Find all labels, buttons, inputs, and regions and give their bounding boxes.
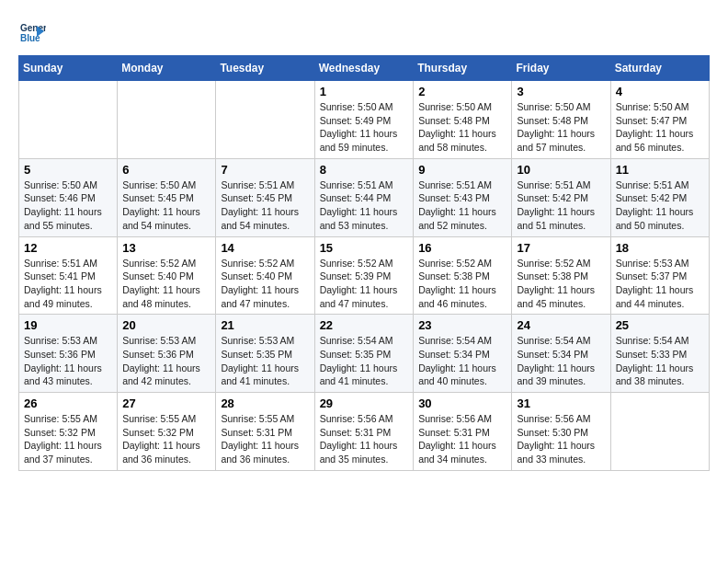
day-info: Sunrise: 5:56 AM Sunset: 5:31 PM Dayligh… (320, 412, 409, 466)
calendar-cell: 29Sunrise: 5:56 AM Sunset: 5:31 PM Dayli… (314, 393, 414, 471)
calendar-cell: 18Sunrise: 5:53 AM Sunset: 5:37 PM Dayli… (610, 236, 709, 315)
day-number: 8 (320, 163, 409, 177)
day-number: 27 (122, 396, 210, 410)
day-number: 3 (517, 85, 605, 98)
day-info: Sunrise: 5:53 AM Sunset: 5:36 PM Dayligh… (24, 334, 112, 388)
day-info: Sunrise: 5:53 AM Sunset: 5:36 PM Dayligh… (122, 334, 210, 388)
day-number: 14 (221, 241, 309, 255)
logo: General Blue (18, 18, 48, 46)
calendar-table: SundayMondayTuesdayWednesdayThursdayFrid… (18, 55, 710, 471)
day-info: Sunrise: 5:51 AM Sunset: 5:42 PM Dayligh… (616, 178, 704, 233)
calendar-cell: 26Sunrise: 5:55 AM Sunset: 5:32 PM Dayli… (19, 393, 118, 471)
calendar-cell: 24Sunrise: 5:54 AM Sunset: 5:34 PM Dayli… (512, 315, 610, 393)
weekday-header-wednesday: Wednesday (314, 56, 414, 81)
day-number: 9 (418, 163, 506, 177)
day-info: Sunrise: 5:54 AM Sunset: 5:34 PM Dayligh… (517, 334, 605, 388)
calendar-cell: 10Sunrise: 5:51 AM Sunset: 5:42 PM Dayli… (512, 158, 610, 236)
day-info: Sunrise: 5:54 AM Sunset: 5:33 PM Dayligh… (616, 334, 704, 388)
day-info: Sunrise: 5:50 AM Sunset: 5:49 PM Dayligh… (320, 100, 409, 155)
weekday-header-saturday: Saturday (610, 56, 709, 81)
day-number: 10 (517, 163, 605, 177)
day-info: Sunrise: 5:50 AM Sunset: 5:48 PM Dayligh… (418, 100, 506, 155)
day-number: 28 (221, 396, 309, 410)
calendar-cell: 23Sunrise: 5:54 AM Sunset: 5:34 PM Dayli… (414, 315, 512, 393)
day-info: Sunrise: 5:51 AM Sunset: 5:41 PM Dayligh… (24, 257, 112, 311)
day-info: Sunrise: 5:52 AM Sunset: 5:38 PM Dayligh… (418, 257, 506, 311)
calendar-cell: 4Sunrise: 5:50 AM Sunset: 5:47 PM Daylig… (610, 81, 709, 159)
day-number: 11 (616, 163, 704, 177)
day-info: Sunrise: 5:51 AM Sunset: 5:45 PM Dayligh… (221, 178, 309, 233)
calendar-week-2: 5Sunrise: 5:50 AM Sunset: 5:46 PM Daylig… (19, 158, 710, 236)
calendar-cell: 1Sunrise: 5:50 AM Sunset: 5:49 PM Daylig… (314, 81, 414, 159)
day-number: 20 (122, 318, 210, 332)
day-number: 4 (616, 85, 704, 98)
day-info: Sunrise: 5:50 AM Sunset: 5:48 PM Dayligh… (517, 100, 605, 155)
calendar-cell (216, 81, 314, 159)
day-info: Sunrise: 5:52 AM Sunset: 5:40 PM Dayligh… (122, 257, 210, 311)
calendar-cell: 12Sunrise: 5:51 AM Sunset: 5:41 PM Dayli… (19, 236, 118, 315)
calendar-week-1: 1Sunrise: 5:50 AM Sunset: 5:49 PM Daylig… (19, 81, 710, 159)
calendar-cell: 20Sunrise: 5:53 AM Sunset: 5:36 PM Dayli… (118, 315, 216, 393)
calendar-cell: 6Sunrise: 5:50 AM Sunset: 5:45 PM Daylig… (118, 158, 216, 236)
calendar-cell: 19Sunrise: 5:53 AM Sunset: 5:36 PM Dayli… (19, 315, 118, 393)
day-info: Sunrise: 5:54 AM Sunset: 5:34 PM Dayligh… (418, 334, 506, 388)
day-info: Sunrise: 5:55 AM Sunset: 5:32 PM Dayligh… (24, 412, 112, 466)
day-number: 5 (24, 163, 112, 177)
day-info: Sunrise: 5:51 AM Sunset: 5:42 PM Dayligh… (517, 178, 605, 233)
day-info: Sunrise: 5:50 AM Sunset: 5:46 PM Dayligh… (24, 178, 112, 233)
day-info: Sunrise: 5:55 AM Sunset: 5:31 PM Dayligh… (221, 412, 309, 466)
day-number: 26 (24, 396, 112, 410)
calendar-cell: 7Sunrise: 5:51 AM Sunset: 5:45 PM Daylig… (216, 158, 314, 236)
calendar-cell: 3Sunrise: 5:50 AM Sunset: 5:48 PM Daylig… (512, 81, 610, 159)
calendar-cell: 25Sunrise: 5:54 AM Sunset: 5:33 PM Dayli… (610, 315, 709, 393)
day-info: Sunrise: 5:55 AM Sunset: 5:32 PM Dayligh… (122, 412, 210, 466)
day-number: 7 (221, 163, 309, 177)
day-info: Sunrise: 5:54 AM Sunset: 5:35 PM Dayligh… (320, 334, 409, 388)
day-info: Sunrise: 5:53 AM Sunset: 5:37 PM Dayligh… (616, 257, 704, 311)
logo-icon: General Blue (18, 18, 46, 46)
weekday-header-sunday: Sunday (19, 56, 118, 81)
calendar-cell (118, 81, 216, 159)
day-number: 16 (418, 241, 506, 255)
day-info: Sunrise: 5:50 AM Sunset: 5:47 PM Dayligh… (616, 100, 704, 155)
day-number: 1 (320, 85, 409, 98)
day-info: Sunrise: 5:53 AM Sunset: 5:35 PM Dayligh… (221, 334, 309, 388)
calendar-header-row: SundayMondayTuesdayWednesdayThursdayFrid… (19, 56, 710, 81)
day-info: Sunrise: 5:51 AM Sunset: 5:43 PM Dayligh… (418, 178, 506, 233)
calendar-cell: 16Sunrise: 5:52 AM Sunset: 5:38 PM Dayli… (414, 236, 512, 315)
day-info: Sunrise: 5:50 AM Sunset: 5:45 PM Dayligh… (122, 178, 210, 233)
calendar-cell: 27Sunrise: 5:55 AM Sunset: 5:32 PM Dayli… (118, 393, 216, 471)
calendar-cell: 11Sunrise: 5:51 AM Sunset: 5:42 PM Dayli… (610, 158, 709, 236)
day-number: 31 (517, 396, 605, 410)
day-number: 2 (418, 85, 506, 98)
calendar-cell: 8Sunrise: 5:51 AM Sunset: 5:44 PM Daylig… (314, 158, 414, 236)
day-number: 23 (418, 318, 506, 332)
calendar-cell: 2Sunrise: 5:50 AM Sunset: 5:48 PM Daylig… (414, 81, 512, 159)
day-number: 17 (517, 241, 605, 255)
calendar-cell: 21Sunrise: 5:53 AM Sunset: 5:35 PM Dayli… (216, 315, 314, 393)
day-number: 15 (320, 241, 409, 255)
calendar-cell: 31Sunrise: 5:56 AM Sunset: 5:30 PM Dayli… (512, 393, 610, 471)
day-number: 30 (418, 396, 506, 410)
calendar-cell: 17Sunrise: 5:52 AM Sunset: 5:38 PM Dayli… (512, 236, 610, 315)
day-info: Sunrise: 5:52 AM Sunset: 5:40 PM Dayligh… (221, 257, 309, 311)
weekday-header-monday: Monday (118, 56, 216, 81)
calendar-cell: 15Sunrise: 5:52 AM Sunset: 5:39 PM Dayli… (314, 236, 414, 315)
day-number: 25 (616, 318, 704, 332)
calendar-cell: 30Sunrise: 5:56 AM Sunset: 5:31 PM Dayli… (414, 393, 512, 471)
day-info: Sunrise: 5:52 AM Sunset: 5:38 PM Dayligh… (517, 257, 605, 311)
calendar-week-5: 26Sunrise: 5:55 AM Sunset: 5:32 PM Dayli… (19, 393, 710, 471)
calendar-cell (19, 81, 118, 159)
day-info: Sunrise: 5:56 AM Sunset: 5:31 PM Dayligh… (418, 412, 506, 466)
day-number: 18 (616, 241, 704, 255)
page-header: General Blue (18, 18, 710, 46)
day-number: 12 (24, 241, 112, 255)
day-info: Sunrise: 5:56 AM Sunset: 5:30 PM Dayligh… (517, 412, 605, 466)
day-number: 21 (221, 318, 309, 332)
calendar-week-4: 19Sunrise: 5:53 AM Sunset: 5:36 PM Dayli… (19, 315, 710, 393)
calendar-cell: 5Sunrise: 5:50 AM Sunset: 5:46 PM Daylig… (19, 158, 118, 236)
weekday-header-friday: Friday (512, 56, 610, 81)
day-number: 29 (320, 396, 409, 410)
day-info: Sunrise: 5:51 AM Sunset: 5:44 PM Dayligh… (320, 178, 409, 233)
calendar-cell: 22Sunrise: 5:54 AM Sunset: 5:35 PM Dayli… (314, 315, 414, 393)
